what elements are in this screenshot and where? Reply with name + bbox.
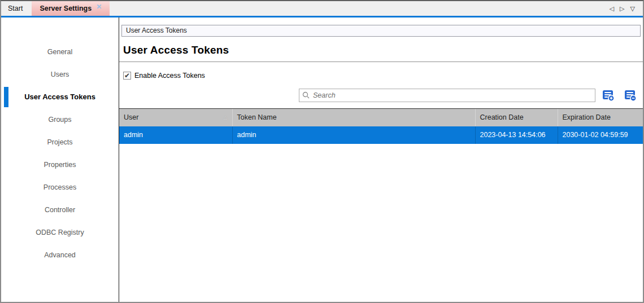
search-icon xyxy=(302,91,310,99)
main-content: User Access Tokens User Access Tokens ✔ … xyxy=(119,17,643,302)
sidebar-item-label: Projects xyxy=(47,138,72,146)
sidebar-item-label: General xyxy=(47,48,72,56)
settings-sidebar: General Users User Access Tokens Groups … xyxy=(1,17,119,302)
sidebar-item-label: ODBC Registry xyxy=(36,229,84,236)
sidebar-item-users[interactable]: Users xyxy=(1,63,119,86)
enable-access-tokens-checkbox[interactable]: ✔ xyxy=(123,72,131,80)
cell-creation-date: 2023-04-13 14:54:06 xyxy=(475,126,558,144)
sidebar-item-label: User Access Tokens xyxy=(24,93,95,101)
breadcrumb: User Access Tokens xyxy=(121,25,641,37)
check-icon: ✔ xyxy=(124,72,130,79)
column-header-user[interactable]: User △ xyxy=(119,109,232,126)
title-separator xyxy=(119,62,643,62)
sidebar-item-label: Processes xyxy=(43,183,76,191)
server-settings-window: Start Server Settings ✕ ◁ ▷ ▽ General Us… xyxy=(0,0,644,303)
sidebar-item-user-access-tokens[interactable]: User Access Tokens xyxy=(1,86,119,108)
sidebar-item-processes[interactable]: Processes xyxy=(1,176,119,199)
remove-token-icon xyxy=(624,89,637,102)
column-header-creation-date[interactable]: Creation Date xyxy=(475,109,558,126)
sidebar-item-odbc-registry[interactable]: ODBC Registry xyxy=(1,221,119,244)
add-token-button[interactable] xyxy=(602,89,615,102)
nav-back-icon[interactable]: ◁ xyxy=(610,5,614,12)
close-icon[interactable]: ✕ xyxy=(96,3,102,11)
cell-token-name: admin xyxy=(232,126,475,144)
table-row[interactable]: admin admin 2023-04-13 14:54:06 2030-01-… xyxy=(119,126,643,144)
token-toolbar xyxy=(119,89,637,102)
tab-server-settings-label: Server Settings xyxy=(40,5,92,12)
enable-access-tokens-label: Enable Access Tokens xyxy=(134,72,205,80)
cell-user: admin xyxy=(119,126,232,144)
sidebar-item-general[interactable]: General xyxy=(1,41,119,63)
tabbar-spacer xyxy=(110,1,609,16)
sidebar-item-label: Properties xyxy=(44,161,76,169)
access-tokens-table: User △ Token Name Creation Date Expirati… xyxy=(119,108,643,144)
nav-forward-icon[interactable]: ▷ xyxy=(620,5,624,12)
sidebar-item-label: Users xyxy=(51,71,69,78)
sidebar-item-controller[interactable]: Controller xyxy=(1,199,119,221)
nav-dropdown-icon[interactable]: ▽ xyxy=(630,5,635,12)
remove-token-button[interactable] xyxy=(624,89,637,102)
selected-accent-bar xyxy=(4,87,8,107)
sidebar-item-groups[interactable]: Groups xyxy=(1,108,119,131)
add-token-icon xyxy=(602,89,615,102)
column-header-token-name[interactable]: Token Name xyxy=(232,109,475,126)
tab-bar: Start Server Settings ✕ ◁ ▷ ▽ xyxy=(1,1,643,16)
sidebar-item-advanced[interactable]: Advanced xyxy=(1,244,119,266)
sidebar-item-label: Groups xyxy=(49,116,72,124)
page-title: User Access Tokens xyxy=(123,44,643,56)
search-field-wrap xyxy=(299,89,595,102)
tab-start[interactable]: Start xyxy=(1,1,32,16)
tab-navigation: ◁ ▷ ▽ xyxy=(610,1,643,16)
sidebar-item-properties[interactable]: Properties xyxy=(1,153,119,176)
column-header-label: Token Name xyxy=(237,113,277,121)
cell-expiration-date: 2030-01-02 04:59:59 xyxy=(558,126,643,144)
sidebar-item-label: Controller xyxy=(45,206,75,214)
enable-access-tokens-row: ✔ Enable Access Tokens xyxy=(123,72,643,80)
table-header-row: User △ Token Name Creation Date Expirati… xyxy=(119,109,643,126)
column-header-label: User xyxy=(124,113,138,121)
column-header-label: Expiration Date xyxy=(563,113,611,121)
tab-server-settings[interactable]: Server Settings ✕ xyxy=(32,1,110,16)
search-input[interactable] xyxy=(299,89,595,102)
sidebar-item-projects[interactable]: Projects xyxy=(1,131,119,153)
column-header-label: Creation Date xyxy=(480,113,524,121)
sort-ascending-icon: △ xyxy=(224,115,228,120)
tab-start-label: Start xyxy=(8,5,23,12)
column-header-expiration-date[interactable]: Expiration Date xyxy=(558,109,643,126)
sidebar-item-label: Advanced xyxy=(44,251,76,259)
